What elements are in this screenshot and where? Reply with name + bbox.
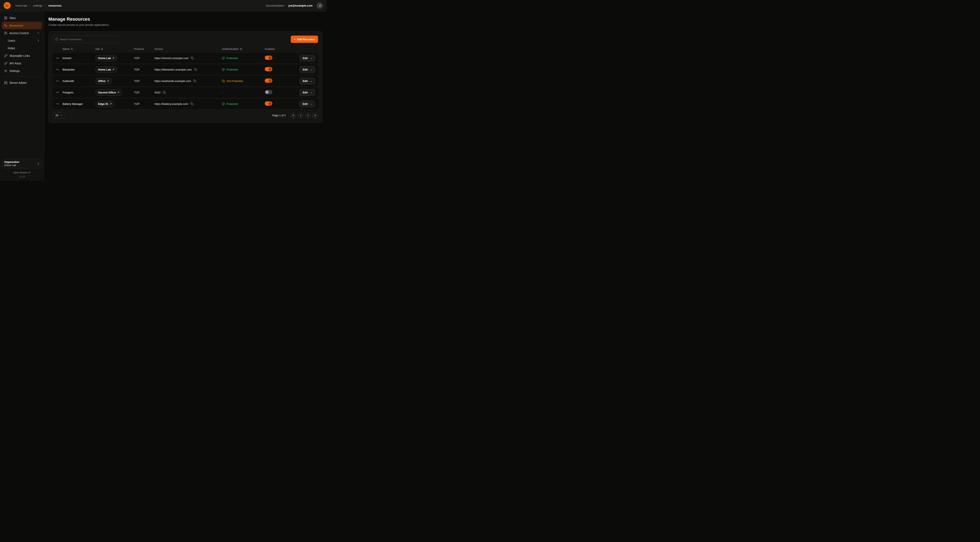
organization-name: Home Lab <box>4 164 19 167</box>
copy-icon[interactable] <box>193 79 197 83</box>
sidebar-item-label: Settings <box>10 69 20 73</box>
auth-cell: Protected <box>222 57 265 60</box>
documentation-link[interactable]: Documentation <box>266 4 285 7</box>
enabled-toggle[interactable] <box>265 67 272 71</box>
external-link-icon: ↗ <box>117 91 119 94</box>
access-value: https://battery.example.com <box>154 102 188 105</box>
chevron-right-icon <box>37 39 40 42</box>
sidebar-item-resources[interactable]: Resources <box>2 22 42 29</box>
sort-icon: ⇅ <box>240 48 242 51</box>
sidebar-item-roles[interactable]: Roles <box>2 45 42 52</box>
enabled-toggle[interactable] <box>265 56 272 60</box>
copy-icon[interactable] <box>190 56 194 60</box>
external-link-icon: ↗ <box>112 68 115 71</box>
copy-icon[interactable] <box>162 91 166 94</box>
resource-protocol: TCP <box>134 102 154 105</box>
row-menu-button[interactable]: ⋯ <box>53 68 62 71</box>
breadcrumb: home-lab settings resources <box>16 4 62 7</box>
user-email[interactable]: joe@example.com <box>288 4 313 7</box>
page-info: Page 1 of 1 <box>272 114 286 117</box>
site-link[interactable]: Second Office ↗ <box>95 89 122 96</box>
external-link-icon <box>28 172 30 174</box>
sidebar-item-settings[interactable]: Settings <box>2 67 42 75</box>
organization-selector[interactable]: Organization Home Lab <box>2 159 42 168</box>
ellipsis-icon: ⋯ <box>56 102 59 105</box>
key-icon <box>4 62 7 65</box>
sidebar-item-label: Sites <box>10 16 16 20</box>
site-link[interactable]: Home Lab ↗ <box>95 55 117 61</box>
enabled-toggle[interactable] <box>265 78 272 83</box>
copy-icon[interactable] <box>194 68 197 71</box>
external-link-icon: ↗ <box>110 102 112 105</box>
previous-page-button[interactable] <box>298 113 303 118</box>
column-header-authentication[interactable]: Authentication ⇅ <box>222 48 265 51</box>
chevrons-up-down-icon <box>37 162 40 165</box>
chevron-down-icon <box>60 114 63 117</box>
sidebar-item-label: Shareable Links <box>10 54 30 57</box>
auth-cell: Not Protected <box>222 80 265 83</box>
sidebar-item-users[interactable]: Users <box>2 37 42 45</box>
sidebar: Sites Resources Access Control Users Rol… <box>0 11 44 181</box>
arrow-right-icon: → <box>310 80 312 83</box>
breadcrumb-current: resources <box>48 4 62 7</box>
arrow-right-icon: → <box>310 57 312 60</box>
edit-button[interactable]: Edit → <box>299 66 315 73</box>
auth-status: Not Protected <box>227 80 243 83</box>
resource-protocol: TCP <box>134 80 154 83</box>
resources-card: + Add Resource Name ⇅ Site ⇅ Protocol <box>48 31 322 123</box>
site-link[interactable]: Office ↗ <box>95 78 112 84</box>
site-link[interactable]: Home Lab ↗ <box>95 67 117 73</box>
arrow-right-icon: → <box>310 91 312 94</box>
sidebar-item-server-admin[interactable]: Server Admin <box>2 79 42 86</box>
enabled-toggle[interactable] <box>265 90 272 94</box>
resource-name: Bitwarden <box>62 68 95 71</box>
app-logo-icon[interactable] <box>4 2 11 9</box>
sidebar-item-label: Roles <box>8 46 15 50</box>
avatar[interactable]: J <box>317 2 323 9</box>
sidebar-item-label: Server Admin <box>10 81 27 84</box>
column-header-name[interactable]: Name ⇅ <box>62 48 95 51</box>
last-page-button[interactable] <box>312 113 318 118</box>
edit-button[interactable]: Edit → <box>299 100 315 107</box>
gear-icon <box>4 69 7 73</box>
resource-name: Battery Manager <box>62 102 95 105</box>
first-page-button[interactable] <box>290 113 296 118</box>
edit-button[interactable]: Edit → <box>299 78 315 84</box>
arrow-right-icon: → <box>310 68 312 71</box>
column-header-site[interactable]: Site ⇅ <box>95 48 134 51</box>
chevron-down-icon <box>37 32 40 35</box>
add-resource-button[interactable]: + Add Resource <box>291 35 318 43</box>
next-page-button[interactable] <box>305 113 311 118</box>
sidebar-item-api-keys[interactable]: API Keys <box>2 59 42 67</box>
users-icon <box>4 32 7 35</box>
row-menu-button[interactable]: ⋯ <box>53 91 62 94</box>
auth-cell: - <box>222 91 265 94</box>
sidebar-item-sites[interactable]: Sites <box>2 14 42 22</box>
breadcrumb-org[interactable]: home-lab <box>16 4 27 7</box>
resources-workflow-icon <box>4 24 7 27</box>
page-size-select[interactable]: 20 <box>53 112 65 118</box>
table-row: ⋯ Immich Home Lab ↗ TCP https://immich.e… <box>53 53 318 63</box>
edit-button[interactable]: Edit → <box>299 55 315 62</box>
edit-button[interactable]: Edit → <box>299 89 315 96</box>
row-menu-button[interactable]: ⋯ <box>53 56 62 60</box>
copy-icon[interactable] <box>190 102 194 106</box>
ellipsis-icon: ⋯ <box>56 56 59 60</box>
search-input[interactable] <box>60 38 118 41</box>
shield-off-icon <box>222 80 225 83</box>
sort-icon: ⇅ <box>71 48 73 51</box>
main-content: Manage Resources Create secure proxies t… <box>44 11 327 181</box>
enabled-toggle[interactable] <box>265 101 272 106</box>
site-link[interactable]: Edge 01 ↗ <box>95 101 115 107</box>
breadcrumb-settings[interactable]: settings <box>33 4 43 7</box>
chevron-right-icon <box>44 4 47 7</box>
row-menu-button[interactable]: ⋯ <box>53 79 62 83</box>
open-source-link[interactable]: Open Source <box>2 171 42 174</box>
shield-check-icon <box>222 102 225 105</box>
sidebar-item-access-control[interactable]: Access Control <box>2 29 42 37</box>
table-row: ⋯ Battery Manager Edge 01 ↗ TCP https://… <box>53 99 318 109</box>
sidebar-item-label: Access Control <box>10 32 29 35</box>
sidebar-item-shareable-links[interactable]: Shareable Links <box>2 52 42 59</box>
row-menu-button[interactable]: ⋯ <box>53 102 62 106</box>
shield-check-icon <box>222 57 225 60</box>
